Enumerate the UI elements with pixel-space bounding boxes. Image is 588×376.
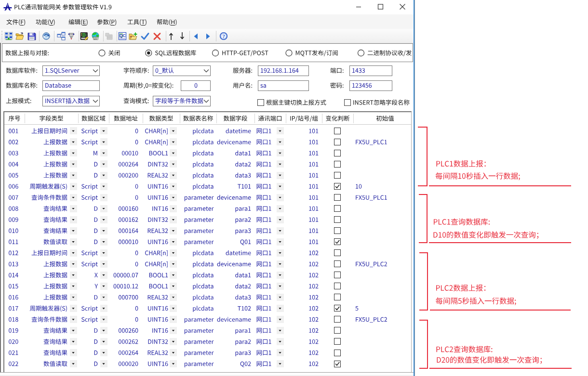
svg-text:?: ? (222, 34, 225, 39)
svg-text:QC: QC (120, 33, 126, 38)
